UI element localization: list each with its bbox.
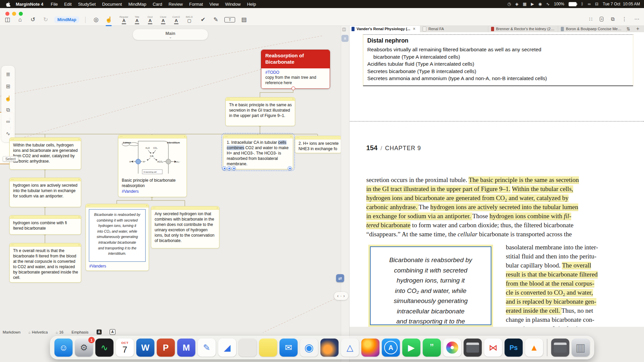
pdf-page[interactable]: Distal nephron Reabsorbs virtually all r…: [349, 32, 644, 327]
excerpt-node-within-cells[interactable]: ⋯› Within the tubular cells, hydrogen io…: [9, 137, 81, 170]
card-menu-icon[interactable]: ⋯: [11, 138, 14, 141]
style-button-title[interactable]: TitleA: [132, 15, 142, 24]
bluetooth-icon[interactable]: ᛒ: [581, 2, 583, 6]
redo-icon[interactable]: ↻: [42, 16, 50, 23]
menu-format[interactable]: Format: [189, 2, 203, 7]
duplicate-icon[interactable]: ⧉: [6, 107, 10, 113]
window-layout-icon[interactable]: ▦: [523, 2, 526, 6]
notes-editor[interactable]: ✎: [198, 339, 216, 357]
style-button-imge[interactable]: IMG.E▢: [184, 15, 194, 24]
format-helvetica[interactable]: ⌂Helvetica: [29, 330, 48, 334]
app-menu-name[interactable]: MarginNote 4: [16, 2, 43, 7]
card-menu-icon[interactable]: ⋯: [120, 135, 122, 138]
expand-icon[interactable]: ∷: [589, 16, 592, 22]
card-expand-icon[interactable]: ›: [217, 207, 218, 209]
activity-monitor[interactable]: ∿: [95, 339, 113, 357]
screen-record-icon[interactable]: ◉: [538, 2, 542, 6]
card-menu-icon[interactable]: ⋯: [11, 244, 14, 246]
card-expand-icon[interactable]: ›: [146, 204, 147, 207]
photos[interactable]: [443, 339, 461, 357]
excerpt-node-any-secreted[interactable]: ⋯› Any secreted hydrogen ion that combin…: [151, 206, 219, 248]
hearing-icon[interactable]: ∿: [546, 2, 549, 6]
menu-mindmap[interactable]: MindMap: [128, 2, 146, 7]
style-button-cloze[interactable]: ClozeA: [158, 15, 168, 24]
acrobat[interactable]: ⋈: [484, 339, 502, 357]
document-tab-0[interactable]: Vander's Renal Physiology (...×: [349, 25, 420, 32]
selection-handle[interactable]: [288, 166, 292, 170]
blue-arrow-app[interactable]: ◢: [218, 339, 236, 357]
study-library-icon[interactable]: ⌂: [16, 16, 24, 23]
firefox[interactable]: [361, 339, 379, 357]
scribble-icon[interactable]: ∿: [6, 130, 10, 137]
screenshot-viewer[interactable]: [464, 339, 482, 357]
mindmap-canvas[interactable]: ef ≣⊞☝⧉∞∿ Main ⌄ Reabsorption of Bicarbo…: [0, 25, 341, 362]
vlc[interactable]: ▲: [525, 339, 543, 357]
page-nav-control[interactable]: ‹ · ›: [334, 292, 348, 300]
red-node-connector-dot[interactable]: [291, 86, 295, 90]
more-vertical-icon[interactable]: ⋮: [622, 16, 627, 22]
assistant-icon[interactable]: ▶: [531, 2, 534, 6]
app-store[interactable]: A: [382, 339, 400, 357]
todo-tag[interactable]: #TODO: [265, 70, 326, 75]
card-expand-icon[interactable]: ›: [78, 138, 79, 141]
ms-powerpoint[interactable]: P: [157, 339, 175, 357]
format-16[interactable]: ⌂16: [56, 330, 63, 334]
card-menu-icon[interactable]: ⋯: [153, 207, 155, 209]
card-expand-icon[interactable]: ›: [78, 244, 79, 246]
selection-handle[interactable]: [232, 166, 236, 170]
menu-review[interactable]: Review: [168, 2, 183, 7]
gray-app[interactable]: [238, 339, 257, 357]
card-menu-icon[interactable]: ⋯: [225, 135, 227, 138]
excerpt-node-basic-principle[interactable]: ⋯› Th e basic principle is the same as s…: [225, 97, 295, 126]
card-menu-icon[interactable]: ⋯: [11, 178, 14, 181]
red-topic-node[interactable]: Reabsorption of Bicarbonate #TODO copy f…: [261, 50, 330, 89]
figure-node-basic-principle[interactable]: ⋯› Lumen Interstitium H₂O CO₂: [118, 135, 187, 197]
menu-studyset[interactable]: StudySet: [78, 2, 96, 7]
sidebar-toggle-icon[interactable]: ◫: [3, 16, 11, 23]
card-expand-icon[interactable]: ›: [78, 178, 79, 181]
emphasis-tool-icon[interactable]: ✔: [199, 16, 207, 23]
style-button-conte[interactable]: Cont.EA: [171, 15, 181, 24]
excerpt-node-actively-secreted[interactable]: ⋯› hydrogen ions are actively secreted i…: [9, 178, 81, 207]
style-button-regular[interactable]: RegularA: [119, 15, 129, 24]
sort-tabs-icon[interactable]: ⇅: [627, 26, 630, 32]
clock-icon[interactable]: ◷: [507, 2, 511, 6]
format-markdown[interactable]: Markdown: [3, 330, 20, 334]
add-tab-icon[interactable]: +: [636, 26, 639, 32]
wrapped-text-column[interactable]: basolateral membrane into the inter-stit…: [506, 244, 623, 327]
style-button-occl[interactable]: OcclA: [145, 15, 155, 24]
filled-a-style-icon[interactable]: A: [97, 329, 102, 335]
stacks-icon[interactable]: ◈: [515, 2, 518, 6]
card-menu-icon[interactable]: ⋯: [227, 98, 230, 101]
menu-card[interactable]: Card: [153, 2, 162, 7]
textbox-tool-icon[interactable]: T: [224, 17, 235, 22]
close-tab-icon[interactable]: ×: [413, 26, 415, 31]
more-horizontal-icon[interactable]: ⋯: [634, 16, 639, 22]
calendar[interactable]: OCT7: [116, 339, 134, 357]
focus-mode-icon[interactable]: ◎: [92, 16, 100, 23]
menu-edit[interactable]: Edit: [64, 2, 71, 7]
trash[interactable]: ▥: [572, 339, 590, 357]
handoff-icon[interactable]: ∞: [588, 2, 591, 6]
document-tab-2[interactable]: Brenner & Rector's the kidney (2012, Els…: [488, 25, 558, 32]
menu-view[interactable]: View: [209, 2, 219, 7]
system-settings[interactable]: ⚙1: [75, 339, 93, 357]
apple-menu-icon[interactable]: [6, 2, 10, 7]
card-expand-icon[interactable]: ›: [292, 98, 293, 101]
menu-help[interactable]: Help: [247, 2, 256, 7]
link-icon[interactable]: ∞: [6, 119, 10, 125]
menu-clock[interactable]: Tue 7 Oct 10:05 AM: [603, 2, 640, 6]
card-expand-icon[interactable]: ›: [290, 135, 291, 138]
safari[interactable]: ◉: [300, 339, 318, 357]
menu-document[interactable]: Document: [102, 2, 122, 7]
card-menu-icon[interactable]: ⋯: [297, 136, 299, 139]
swap-panes-button[interactable]: ⇄: [336, 274, 344, 282]
root-node[interactable]: Main ⌄: [132, 29, 208, 40]
card-menu-icon[interactable]: ⋯: [87, 204, 90, 207]
hand-tool-icon[interactable]: ☝: [105, 16, 113, 23]
excerpt-node-overall-result[interactable]: ⋯› Th e overall result is that the bicar…: [9, 243, 81, 283]
dark-globe-browser[interactable]: [320, 339, 338, 357]
quote-node-bicarbonate[interactable]: ⋯› Bicarbonate is reabsorbed bycombining…: [86, 204, 149, 271]
menu-file[interactable]: File: [51, 2, 58, 7]
mindmap-layout-icon[interactable]: ⊞: [6, 83, 10, 89]
